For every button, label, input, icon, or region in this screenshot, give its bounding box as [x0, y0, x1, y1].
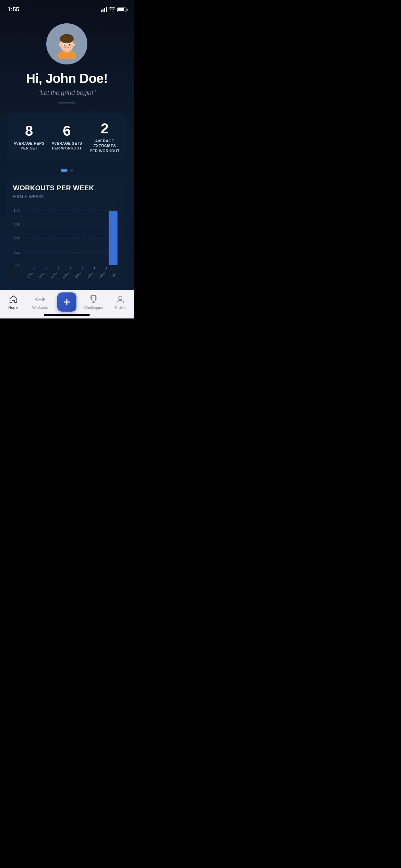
svg-point-12	[70, 44, 71, 45]
svg-text:09/03: 09/03	[62, 271, 70, 279]
svg-text:0: 0	[93, 266, 95, 270]
svg-text:0.00: 0.00	[14, 263, 21, 267]
add-button[interactable]	[57, 292, 76, 312]
dot-1	[61, 169, 68, 172]
chart-subtitle: Past 8 weeks	[13, 193, 121, 199]
svg-text:0.25: 0.25	[14, 251, 21, 254]
avg-exercises-label: AVERAGE EXERCISESPER WORKOUT	[86, 138, 123, 153]
svg-text:17/02: 17/02	[26, 271, 34, 279]
greeting-text: Hi, John Doe!	[26, 71, 108, 86]
avg-sets-value: 6	[63, 124, 71, 138]
signal-icon	[101, 7, 107, 12]
tab-challenges[interactable]: Challenges	[80, 294, 107, 310]
tab-workouts-label: Workouts	[32, 305, 48, 310]
avg-reps-label: AVERAGE REPSPER SET	[14, 141, 45, 151]
dot-2	[70, 169, 73, 172]
svg-text:0: 0	[57, 266, 59, 270]
svg-text:0: 0	[105, 266, 107, 270]
stats-card: 8 AVERAGE REPSPER SET 6 AVERAGE SETSPER …	[7, 113, 127, 161]
tab-challenges-label: Challenges	[84, 305, 103, 310]
avatar	[46, 23, 87, 64]
tab-home-label: Home	[8, 305, 18, 310]
home-indicator	[44, 314, 90, 316]
avg-sets-label: AVERAGE SETSPER WORKOUT	[52, 141, 82, 151]
motto-text: "Let the grind begin!"	[38, 89, 96, 97]
svg-point-5	[59, 43, 61, 46]
svg-text:1: 1	[112, 207, 114, 211]
svg-text:06/: 06/	[111, 272, 117, 277]
svg-rect-43	[37, 298, 38, 301]
home-icon	[9, 294, 18, 304]
svg-point-13	[66, 46, 68, 47]
svg-point-9	[64, 44, 65, 46]
profile-section: Hi, John Doe! "Let the grind begin!"	[0, 16, 134, 110]
svg-text:16/03: 16/03	[74, 271, 82, 279]
tab-home[interactable]: Home	[0, 294, 27, 310]
tab-add[interactable]	[53, 292, 80, 312]
swipe-indicator	[58, 102, 75, 104]
tab-profile-label: Profile	[115, 305, 125, 310]
svg-text:0.50: 0.50	[14, 237, 21, 241]
tab-workouts[interactable]: Workouts	[27, 294, 53, 310]
svg-text:02/03: 02/03	[50, 271, 58, 279]
svg-text:24/02: 24/02	[38, 271, 46, 279]
stat-avg-exercises: 2 AVERAGE EXERCISESPER WORKOUT	[86, 121, 123, 153]
challenges-icon	[89, 294, 98, 304]
svg-point-50	[119, 296, 122, 300]
status-bar: 1:55	[0, 0, 134, 16]
svg-text:0: 0	[81, 266, 83, 270]
chart-area: 1.00 0.75 0.50 0.25 0.00 1 0 0	[13, 205, 121, 280]
workouts-icon	[35, 294, 45, 304]
stat-avg-reps: 8 AVERAGE REPSPER SET	[10, 124, 48, 151]
tab-profile[interactable]: Profile	[107, 294, 134, 310]
svg-point-10	[69, 44, 71, 46]
avg-exercises-value: 2	[101, 121, 109, 136]
chart-title: WORKOUTS PER WEEK	[13, 184, 121, 192]
svg-text:0: 0	[45, 266, 47, 270]
avg-reps-value: 8	[25, 124, 33, 138]
page-dots	[0, 169, 134, 172]
svg-text:30/03: 30/03	[98, 271, 106, 279]
chart-card: WORKOUTS PER WEEK Past 8 weeks 1.00 0.75…	[7, 177, 127, 286]
svg-text:1.00: 1.00	[14, 209, 21, 213]
svg-text:23/03: 23/03	[86, 271, 94, 279]
battery-icon	[117, 8, 126, 12]
svg-rect-44	[42, 298, 44, 301]
svg-point-6	[72, 43, 75, 46]
svg-text:0: 0	[33, 266, 35, 270]
svg-point-4	[60, 36, 74, 43]
status-icons	[101, 7, 126, 13]
svg-text:0: 0	[69, 266, 71, 270]
status-time: 1:55	[8, 6, 19, 13]
svg-rect-24	[109, 211, 118, 265]
stat-avg-sets: 6 AVERAGE SETSPER WORKOUT	[48, 124, 85, 151]
svg-text:0.75: 0.75	[14, 223, 21, 227]
wifi-icon	[109, 7, 115, 13]
profile-icon	[116, 294, 125, 304]
svg-point-11	[64, 44, 65, 45]
